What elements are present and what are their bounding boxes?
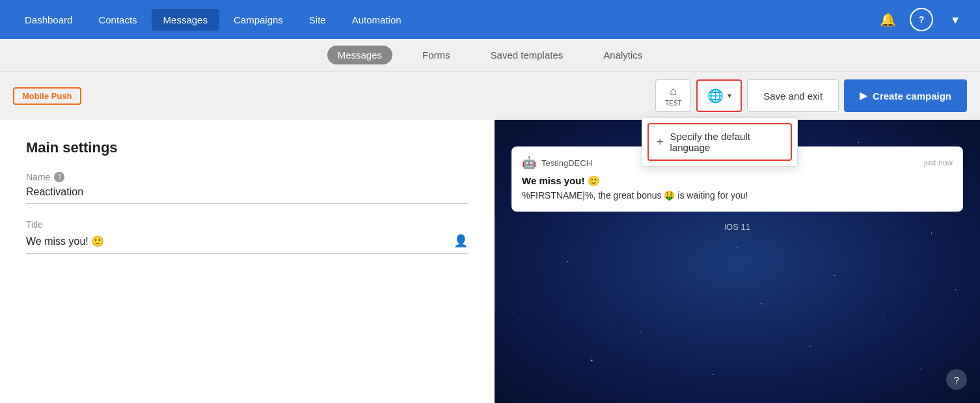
nav-items: Dashboard Contacts Messages Campaigns Si… (13, 9, 876, 31)
create-campaign-button[interactable]: ▶ Create campaign (844, 79, 967, 112)
main-content: Main settings Name ? Reactivation Title … (0, 120, 980, 403)
ios-label: iOS 11 (505, 222, 970, 232)
subnav-item-messages[interactable]: Messages (327, 46, 392, 64)
mobile-push-badge[interactable]: Mobile Push (13, 87, 81, 105)
chevron-down-icon: ▾ (728, 91, 731, 100)
test-house-icon: ⌂ (670, 85, 677, 98)
globe-icon: 🌐 (707, 88, 724, 104)
title-value: We miss you! 🙂 👤 (26, 234, 468, 254)
test-label: TEST (665, 100, 682, 107)
play-icon: ▶ (860, 90, 867, 102)
test-button[interactable]: ⌂ TEST (655, 79, 691, 112)
save-exit-button[interactable]: Save and exit (747, 79, 839, 112)
language-button[interactable]: 🌐 ▾ (696, 79, 742, 112)
toolbar-right: ⌂ TEST 🌐 ▾ Save and exit ▶ Create campai… (655, 79, 967, 112)
title-field-group: Title We miss you! 🙂 👤 (26, 219, 468, 254)
account-chevron-icon[interactable]: ▾ (944, 8, 967, 31)
toolbar: Mobile Push ⌂ TEST 🌐 ▾ Save and exit ▶ C… (0, 72, 980, 120)
title-label: Title (26, 219, 468, 230)
specify-default-language-item[interactable]: + Specify the default language (647, 123, 792, 161)
sub-navigation: Messages Forms Saved templates Analytics (0, 39, 980, 72)
title-row: We miss you! 🙂 👤 (26, 234, 468, 248)
nav-item-site[interactable]: Site (297, 9, 338, 31)
subnav-item-forms[interactable]: Forms (412, 46, 461, 64)
notification-time: just now (924, 158, 953, 167)
name-label: Name ? (26, 172, 468, 182)
title-text: We miss you! 🙂 (26, 235, 104, 247)
specify-language-label: Specify the default language (670, 131, 783, 153)
create-campaign-label: Create campaign (873, 90, 951, 102)
nav-item-automation[interactable]: Automation (340, 9, 413, 31)
name-field-group: Name ? Reactivation (26, 172, 468, 204)
preview-help-icon[interactable]: ? (946, 369, 967, 390)
main-settings-title: Main settings (26, 139, 468, 156)
notification-body: %FIRSTNAME|%, the great bonus 🤑 is waiti… (522, 189, 953, 202)
subnav-item-saved-templates[interactable]: Saved templates (480, 46, 574, 64)
left-panel: Main settings Name ? Reactivation Title … (0, 120, 495, 403)
plus-icon: + (657, 135, 664, 149)
person-icon: 👤 (454, 234, 468, 248)
subnav-item-analytics[interactable]: Analytics (593, 46, 653, 64)
notifications-bell-icon[interactable]: 🔔 (876, 8, 899, 31)
nav-item-messages[interactable]: Messages (152, 9, 219, 31)
nav-item-campaigns[interactable]: Campaigns (222, 9, 295, 31)
top-navigation: Dashboard Contacts Messages Campaigns Si… (0, 0, 980, 39)
android-icon: 🤖 (522, 156, 536, 170)
nav-item-contacts[interactable]: Contacts (87, 9, 148, 31)
language-dropdown: + Specify the default language (642, 117, 798, 167)
help-question-icon[interactable]: ? (910, 8, 933, 31)
nav-right: 🔔 ? ▾ (876, 8, 967, 31)
name-help-icon[interactable]: ? (54, 172, 64, 182)
notification-title: We miss you! 🙂 (522, 175, 953, 187)
nav-item-dashboard[interactable]: Dashboard (13, 9, 84, 31)
name-value: Reactivation (26, 186, 468, 204)
